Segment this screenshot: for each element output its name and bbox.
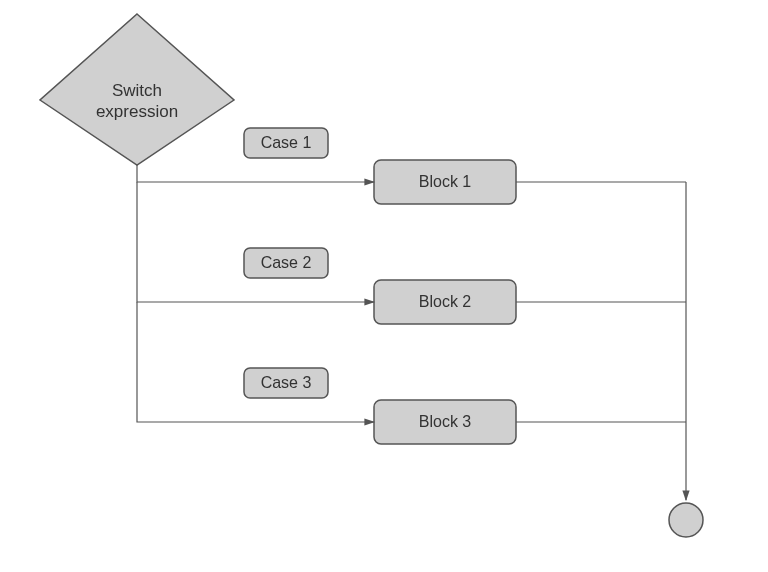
- case-label-3-text: Case 3: [261, 374, 312, 391]
- arrow-to-block-3: [137, 302, 374, 422]
- arrow-to-block-1: [137, 165, 374, 182]
- decision-text-line1: Switch: [112, 81, 162, 100]
- case-label-1-text: Case 1: [261, 134, 312, 151]
- end-node: [669, 503, 703, 537]
- case-label-2-text: Case 2: [261, 254, 312, 271]
- block-2-text: Block 2: [419, 293, 472, 310]
- block-3-text: Block 3: [419, 413, 472, 430]
- block-1-text: Block 1: [419, 173, 472, 190]
- arrow-to-block-2: [137, 182, 374, 302]
- decision-text-line2: expression: [96, 102, 178, 121]
